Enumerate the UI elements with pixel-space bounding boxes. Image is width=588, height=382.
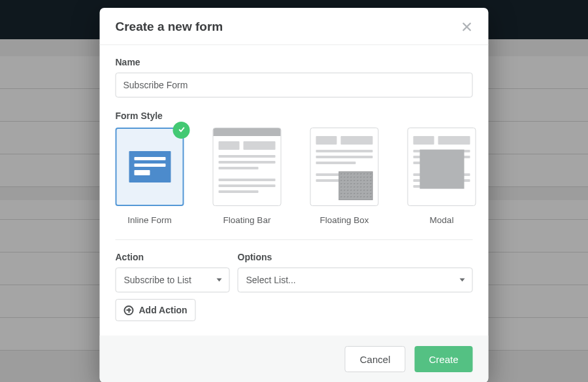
- style-card: [116, 128, 184, 206]
- style-option-modal[interactable]: Modal: [408, 128, 476, 225]
- form-style-label: Form Style: [116, 111, 473, 121]
- plus-circle-icon: [124, 305, 134, 315]
- name-label: Name: [116, 57, 473, 67]
- close-icon: [461, 24, 473, 35]
- style-card: [408, 128, 476, 206]
- options-label: Options: [238, 252, 473, 262]
- divider: [116, 239, 473, 240]
- style-option-floating-box[interactable]: Floating Box: [310, 128, 379, 225]
- chevron-down-icon: [460, 279, 465, 282]
- style-label: Inline Form: [127, 215, 172, 225]
- style-label: Floating Box: [319, 215, 368, 225]
- style-option-inline-form[interactable]: Inline Form: [116, 128, 184, 225]
- add-action-label: Add Action: [139, 305, 188, 315]
- options-select[interactable]: Select List...: [238, 268, 473, 292]
- add-action-button[interactable]: Add Action: [116, 299, 196, 321]
- style-option-floating-bar[interactable]: Floating Bar: [213, 128, 282, 225]
- check-icon: [177, 124, 186, 136]
- style-label: Floating Bar: [223, 215, 271, 225]
- selected-badge: [173, 122, 190, 139]
- modal-footer: Cancel Create: [100, 336, 489, 382]
- modal-body: Name Form Style: [100, 45, 489, 336]
- style-card: [213, 128, 282, 206]
- style-label: Modal: [430, 215, 454, 225]
- close-button[interactable]: [461, 21, 473, 33]
- action-row: Action Subscribe to List Options Select …: [116, 252, 473, 292]
- modal-header: Create a new form: [100, 8, 489, 45]
- name-section: Name: [116, 57, 473, 97]
- create-button[interactable]: Create: [414, 346, 472, 372]
- form-style-section: Form Style: [116, 111, 473, 225]
- action-label: Action: [116, 252, 230, 262]
- cancel-button[interactable]: Cancel: [345, 346, 406, 372]
- style-card: [310, 128, 379, 206]
- name-input[interactable]: [116, 73, 473, 97]
- modal-title: Create a new form: [116, 20, 223, 34]
- action-select[interactable]: Subscribe to List: [116, 268, 230, 292]
- action-select-value: Subscribe to List: [124, 275, 192, 285]
- options-select-value: Select List...: [246, 275, 296, 285]
- form-style-grid: Inline Form Floating Bar: [116, 128, 473, 225]
- create-form-modal: Create a new form Name Form Style: [100, 8, 489, 382]
- chevron-down-icon: [217, 279, 222, 282]
